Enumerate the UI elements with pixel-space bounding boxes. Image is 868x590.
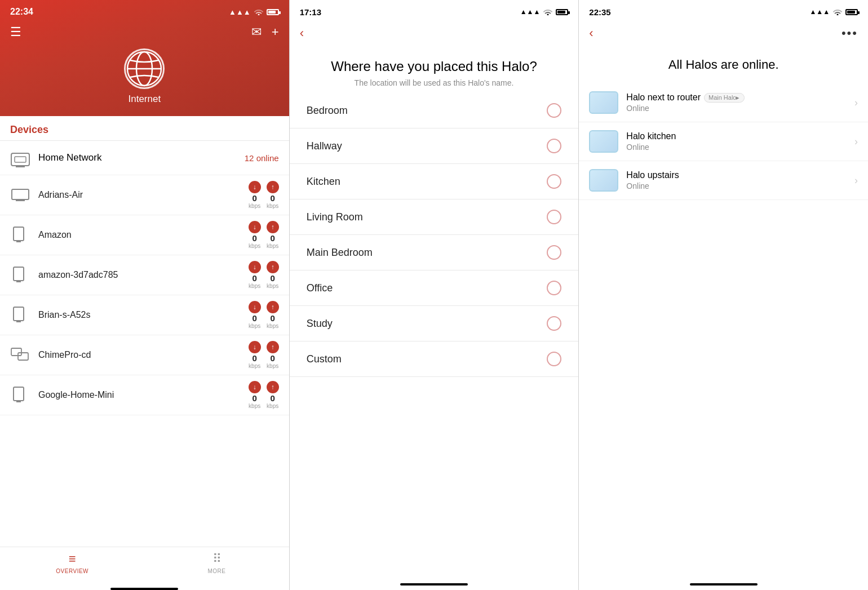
svg-rect-18 — [14, 387, 24, 401]
list-item[interactable]: Hallway — [290, 128, 579, 164]
status-icons-panel2: ▲▲▲ — [520, 7, 569, 17]
home-network-name: Home Network — [38, 152, 245, 163]
status-bar-panel3: 22:35 ▲▲▲ — [579, 0, 868, 20]
halos-list: Halo next to router Main Halo▸ Online › … — [579, 78, 868, 581]
internet-label: Internet — [129, 94, 161, 105]
panel2-nav: ‹ — [290, 20, 579, 46]
list-item[interactable]: Custom — [290, 341, 579, 377]
panel-halo-placement: 17:13 ▲▲▲ ‹ Where have you placed this H… — [289, 0, 579, 590]
halos-status-title: All Halos are online. — [601, 57, 845, 72]
radio-button[interactable] — [547, 103, 561, 118]
halo-thumbnail — [589, 169, 618, 192]
mail-icon[interactable]: ✉ — [251, 25, 262, 39]
device-name: Adrians-Air — [38, 190, 249, 200]
list-item[interactable]: Halo upstairs Online › — [579, 161, 868, 200]
list-item[interactable]: Halo kitchen Online › — [579, 122, 868, 161]
chevron-right-icon: › — [854, 175, 858, 187]
status-bar-panel2: 17:13 ▲▲▲ — [290, 0, 579, 20]
location-name: Study — [307, 318, 333, 330]
placement-subtitle: The location will be used as this Halo's… — [318, 78, 551, 87]
device-list: Adrians-Air ↓ 0 kbps ↑ 0 kbps — [0, 175, 289, 415]
battery-icon — [267, 9, 279, 15]
bottom-nav-overview[interactable]: ≡ OVERVIEW — [0, 552, 144, 574]
time-panel2: 17:13 — [300, 7, 321, 17]
halo-info: Halo upstairs Online — [626, 170, 854, 190]
radio-button[interactable] — [547, 139, 561, 153]
panel1-logo-area: Internet — [0, 43, 289, 116]
time-panel1: 22:34 — [10, 7, 33, 17]
radio-button[interactable] — [547, 352, 561, 366]
back-button[interactable]: ‹ — [300, 26, 304, 41]
placement-list: Bedroom Hallway Kitchen Living Room Main… — [290, 93, 579, 581]
panel1-nav: ☰ ✉ + — [0, 20, 289, 43]
online-count: 12 online — [245, 153, 279, 163]
home-bar — [400, 583, 468, 585]
device-name: Amazon — [38, 230, 249, 240]
svg-rect-3 — [11, 153, 29, 166]
status-icons-panel3: ▲▲▲ — [809, 7, 858, 17]
halo-status: Online — [626, 181, 854, 190]
svg-rect-12 — [14, 267, 24, 281]
svg-rect-7 — [12, 189, 29, 199]
radio-button[interactable] — [547, 174, 561, 189]
more-icon: ⠿ — [212, 552, 222, 566]
list-item[interactable]: Halo next to router Main Halo▸ Online › — [579, 83, 868, 122]
home-bar — [690, 583, 758, 585]
table-row[interactable]: amazon-3d7adc785 ↓0kbps ↑0kbps — [0, 255, 289, 295]
time-panel3: 22:35 — [589, 7, 610, 17]
halo-thumbnail — [589, 130, 618, 153]
panel3-title-area: All Halos are online. — [579, 46, 868, 78]
devices-header: Devices — [0, 116, 289, 141]
radio-button[interactable] — [547, 210, 561, 224]
speed-group: ↓0kbps ↑0kbps — [249, 221, 279, 249]
home-network-icon — [10, 148, 30, 168]
list-item[interactable]: Living Room — [290, 199, 579, 235]
device-icon — [10, 185, 30, 205]
halo-status: Online — [626, 104, 854, 113]
list-item[interactable]: Main Bedroom — [290, 235, 579, 270]
bottom-nav-more[interactable]: ⠿ MORE — [144, 552, 289, 574]
table-row[interactable]: ChimePro-cd ↓0kbps ↑0kbps — [0, 335, 289, 375]
panel-network-overview: 22:34 ▲▲▲ ☰ ✉ + — [0, 0, 289, 590]
chevron-right-icon: › — [854, 97, 858, 109]
list-item[interactable]: Kitchen — [290, 164, 579, 199]
device-icon — [10, 265, 30, 285]
more-options-button[interactable]: ••• — [842, 26, 858, 41]
down-arrow: ↓ — [249, 181, 261, 193]
list-item[interactable]: Bedroom — [290, 93, 579, 128]
location-name: Custom — [307, 353, 342, 365]
speed-up: ↑ 0 kbps — [267, 181, 279, 209]
table-row[interactable]: Brian-s-A52s ↓0kbps ↑0kbps — [0, 295, 289, 335]
list-item[interactable]: Office — [290, 270, 579, 306]
table-row[interactable]: Amazon ↓0kbps ↑0kbps — [0, 215, 289, 255]
list-item[interactable]: Study — [290, 306, 579, 341]
chevron-right-icon: › — [854, 136, 858, 148]
plus-icon[interactable]: + — [272, 25, 279, 39]
up-arrow: ↑ — [267, 181, 279, 193]
menu-icon[interactable]: ☰ — [10, 25, 21, 39]
device-icon — [10, 225, 30, 245]
table-row[interactable]: Adrians-Air ↓ 0 kbps ↑ 0 kbps — [0, 175, 289, 215]
radio-button[interactable] — [547, 245, 561, 260]
status-icons-panel1: ▲▲▲ — [229, 7, 279, 17]
radio-button[interactable] — [547, 281, 561, 295]
svg-rect-4 — [15, 157, 26, 162]
speed-down: ↓ 0 kbps — [249, 181, 261, 209]
back-button[interactable]: ‹ — [589, 26, 593, 41]
halo-info: Halo kitchen Online — [626, 131, 854, 152]
device-icon — [10, 305, 30, 325]
table-row[interactable]: Google-Home-Mini ↓0kbps ↑0kbps — [0, 375, 289, 415]
home-network-row[interactable]: Home Network 12 online — [0, 141, 289, 175]
device-name: Brian-s-A52s — [38, 310, 249, 320]
halo-info: Halo next to router Main Halo▸ Online — [626, 92, 854, 113]
radio-button[interactable] — [547, 316, 561, 331]
device-name: ChimePro-cd — [38, 350, 249, 360]
panel-halos-status: 22:35 ▲▲▲ ‹ ••• All Halos are online. — [578, 0, 868, 590]
svg-rect-17 — [18, 353, 28, 360]
device-name: amazon-3d7adc785 — [38, 270, 249, 280]
halo-name: Halo next to router — [626, 92, 701, 103]
placement-title: Where have you placed this Halo? — [318, 57, 551, 75]
speed-group: ↓0kbps ↑0kbps — [249, 301, 279, 329]
signal-icon: ▲▲▲ — [809, 8, 830, 16]
devices-section: Devices Home Network 12 online Adrians-A… — [0, 116, 289, 547]
